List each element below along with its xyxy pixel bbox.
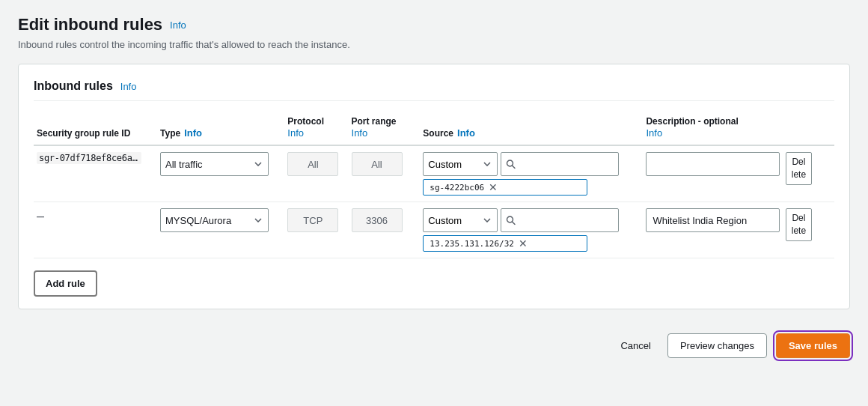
source-info-link[interactable]: Info — [457, 127, 475, 139]
portrange-info-link[interactable]: Info — [352, 127, 368, 139]
source-tag: sg-4222bc06✕ — [423, 179, 587, 196]
source-tag-text: sg-4222bc06 — [430, 183, 484, 193]
type-info-link[interactable]: Info — [184, 127, 202, 139]
rule-source-select[interactable]: CustomAnywhere-IPv4Anywhere-IPv6My IP — [423, 152, 498, 176]
search-icon — [506, 160, 516, 169]
rule-portrange-cell: 3306 — [349, 202, 421, 258]
rule-description-input[interactable] — [646, 152, 779, 176]
rule-description-cell — [643, 145, 782, 202]
card-title: Inbound rules — [34, 79, 113, 93]
rule-protocol-value: TCP — [287, 208, 338, 232]
rule-source-select[interactable]: CustomAnywhere-IPv4Anywhere-IPv6My IP — [423, 208, 498, 232]
col-header-description: Description - optional Info — [643, 112, 782, 145]
inbound-rules-card: Inbound rules Info Security group rule I… — [18, 64, 850, 309]
rule-protocol-cell: All — [284, 145, 348, 202]
page-subtitle: Inbound rules control the incoming traff… — [18, 39, 850, 50]
rule-delete-cell: Del lete — [783, 202, 834, 258]
rule-delete-button[interactable]: Del lete — [786, 208, 812, 241]
col-header-action — [783, 112, 834, 145]
source-search-input[interactable] — [501, 152, 619, 176]
table-row: sgr-07df718ef8ce6af5cAll trafficCustom T… — [34, 145, 834, 202]
add-rule-button[interactable]: Add rule — [34, 270, 97, 297]
source-tag: 13.235.131.126/32✕ — [423, 235, 587, 252]
col-header-source: Source Info — [420, 112, 643, 145]
rule-protocol-value: All — [287, 152, 338, 176]
rule-portrange-cell: All — [349, 145, 421, 202]
source-tag-close[interactable]: ✕ — [519, 238, 528, 249]
rule-source-cell: CustomAnywhere-IPv4Anywhere-IPv6My IP sg… — [420, 145, 643, 202]
rule-delete-button[interactable]: Del lete — [786, 152, 812, 185]
svg-line-1 — [513, 166, 515, 168]
preview-changes-button[interactable]: Preview changes — [667, 333, 767, 358]
col-header-portrange: Port range Info — [349, 112, 421, 145]
rule-id-cell: sgr-07df718ef8ce6af5c — [34, 145, 157, 202]
cancel-button[interactable]: Cancel — [613, 336, 658, 356]
protocol-info-link[interactable]: Info — [287, 127, 304, 139]
card-info-link[interactable]: Info — [120, 81, 137, 92]
rule-description-cell — [643, 202, 782, 258]
rule-type-cell: All trafficCustom TCPCustom UDPSSHHTTPHT… — [157, 202, 284, 258]
source-search-wrap — [501, 152, 640, 176]
page-title: Edit inbound rules — [18, 15, 162, 34]
col-header-type: Type Info — [157, 112, 284, 145]
rule-id-dash: – — [37, 208, 44, 223]
svg-line-3 — [513, 222, 515, 224]
desc-info-link[interactable]: Info — [646, 127, 662, 139]
rule-portrange-value: All — [352, 152, 403, 176]
add-rule-section: Add rule — [34, 270, 834, 297]
save-rules-button[interactable]: Save rules — [776, 333, 850, 358]
rule-type-select[interactable]: All trafficCustom TCPCustom UDPSSHHTTPHT… — [160, 152, 269, 176]
footer-bar: Cancel Preview changes Save rules — [18, 324, 850, 358]
source-tag-close[interactable]: ✕ — [489, 182, 498, 193]
rule-id-cell: – — [34, 202, 157, 258]
rule-type-cell: All trafficCustom TCPCustom UDPSSHHTTPHT… — [157, 145, 284, 202]
rule-source-cell: CustomAnywhere-IPv4Anywhere-IPv6My IP 13… — [420, 202, 643, 258]
rule-id-value: sgr-07df718ef8ce6af5c — [37, 152, 141, 164]
card-header: Inbound rules Info — [34, 79, 834, 101]
source-search-input[interactable] — [501, 208, 619, 232]
search-icon — [506, 216, 516, 225]
rule-description-input[interactable] — [646, 208, 779, 232]
rule-type-select[interactable]: All trafficCustom TCPCustom UDPSSHHTTPHT… — [160, 208, 269, 232]
source-tag-text: 13.235.131.126/32 — [430, 239, 514, 249]
rule-protocol-cell: TCP — [284, 202, 348, 258]
col-header-protocol: Protocol Info — [284, 112, 348, 145]
source-search-wrap — [501, 208, 640, 232]
page-info-link[interactable]: Info — [170, 19, 186, 31]
rule-delete-cell: Del lete — [783, 145, 834, 202]
table-row: –All trafficCustom TCPCustom UDPSSHHTTPH… — [34, 202, 834, 258]
col-header-id: Security group rule ID — [34, 112, 157, 145]
rule-portrange-value: 3306 — [352, 208, 403, 232]
rules-table: Security group rule ID Type Info Protoco… — [34, 112, 834, 258]
